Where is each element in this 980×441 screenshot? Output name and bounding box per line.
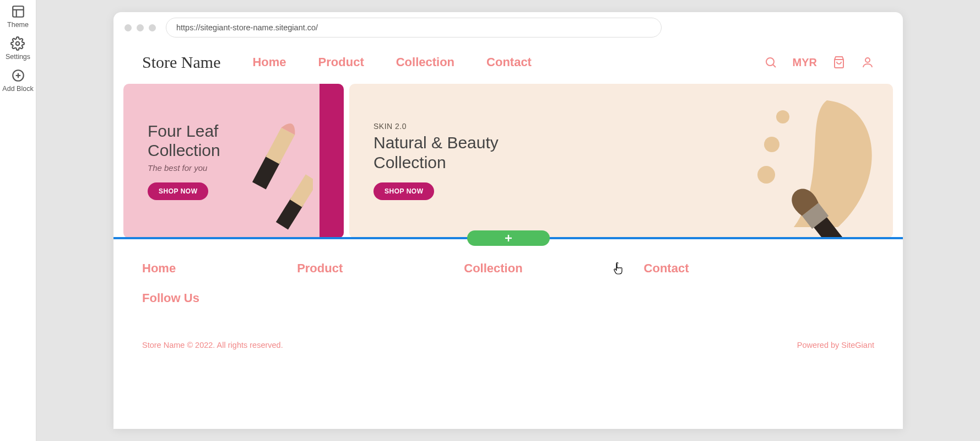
makeup-brush-icon	[717, 84, 893, 238]
nav-home[interactable]: Home	[252, 55, 286, 69]
banner-natural-beauty[interactable]: SKIN 2.0 Natural & Beauty Collection SHO…	[349, 84, 893, 238]
svg-point-15	[776, 110, 789, 123]
svg-line-8	[773, 65, 776, 68]
copyright-text: Store Name © 2022. All rights reserved.	[142, 341, 283, 349]
maximize-dot-icon	[149, 24, 156, 31]
minimize-dot-icon	[137, 24, 144, 31]
shopping-bag-icon[interactable]	[832, 56, 846, 69]
settings-tool[interactable]: Settings	[6, 36, 30, 61]
gear-icon	[10, 36, 25, 51]
site-header: Store Name Home Product Collection Conta…	[113, 43, 903, 82]
browser-chrome-bar: https://sitegiant-store-name.sitegiant.c…	[113, 12, 903, 43]
banner-subtitle: The best for you	[148, 163, 220, 173]
editor-sidebar: Theme Settings Add Block	[0, 0, 36, 441]
svg-point-3	[16, 42, 20, 46]
shop-now-button[interactable]: SHOP NOW	[373, 182, 434, 200]
svg-point-17	[757, 166, 775, 184]
add-block-label: Add Block	[2, 85, 33, 93]
settings-label: Settings	[6, 53, 30, 61]
window-controls	[124, 24, 156, 31]
search-icon[interactable]	[764, 56, 777, 69]
user-icon[interactable]	[861, 56, 874, 69]
svg-rect-12	[266, 127, 295, 164]
url-bar[interactable]: https://sitegiant-store-name.sitegiant.c…	[166, 18, 662, 37]
banner-four-leaf[interactable]: Four Leaf Collection The best for you SH…	[123, 84, 344, 238]
header-actions: MYR	[764, 56, 874, 69]
plus-icon	[504, 234, 513, 243]
footer-collection[interactable]: Collection	[464, 261, 522, 276]
layout-icon	[11, 4, 25, 19]
url-text: https://sitegiant-store-name.sitegiant.c…	[176, 23, 318, 32]
footer-nav: Home Product Collection Contact	[142, 261, 874, 276]
theme-tool[interactable]: Theme	[7, 4, 29, 29]
banner-eyebrow: SKIN 2.0	[373, 122, 499, 131]
svg-point-10	[865, 58, 870, 62]
footer-contact[interactable]: Contact	[644, 261, 689, 276]
add-block-tool[interactable]: Add Block	[2, 68, 33, 93]
plus-circle-icon	[11, 68, 25, 83]
add-block-inline-button[interactable]	[467, 230, 550, 246]
nav-collection[interactable]: Collection	[396, 55, 454, 69]
banner-title: Four Leaf Collection	[148, 122, 220, 160]
copyright-row: Store Name © 2022. All rights reserved. …	[142, 341, 874, 349]
site-footer: Home Product Collection Contact Follow U…	[113, 239, 903, 358]
close-dot-icon	[124, 24, 132, 31]
nav-product[interactable]: Product	[318, 55, 364, 69]
currency-switch[interactable]: MYR	[793, 56, 817, 69]
theme-label: Theme	[7, 21, 29, 29]
editor-canvas: https://sitegiant-store-name.sitegiant.c…	[36, 0, 980, 441]
footer-home[interactable]: Home	[142, 261, 176, 276]
powered-by: Powered by SiteGiant	[797, 341, 874, 349]
follow-us-heading: Follow Us	[142, 291, 874, 305]
nav-contact[interactable]: Contact	[486, 55, 532, 69]
pointer-cursor-icon	[614, 262, 624, 275]
powered-brand-link[interactable]: SiteGiant	[841, 341, 874, 349]
lipstick-icon	[230, 106, 313, 233]
banner-title: Natural & Beauty Collection	[373, 133, 499, 173]
site-page: Store Name Home Product Collection Conta…	[113, 43, 903, 429]
shop-now-button[interactable]: SHOP NOW	[148, 182, 208, 200]
svg-rect-0	[13, 6, 24, 17]
footer-product[interactable]: Product	[297, 261, 343, 276]
svg-point-7	[766, 58, 774, 66]
hero-banners-row: Four Leaf Collection The best for you SH…	[113, 82, 903, 238]
store-name: Store Name	[142, 53, 220, 72]
svg-point-16	[764, 137, 779, 152]
browser-preview-frame: https://sitegiant-store-name.sitegiant.c…	[113, 12, 903, 429]
block-insert-divider	[113, 237, 903, 239]
